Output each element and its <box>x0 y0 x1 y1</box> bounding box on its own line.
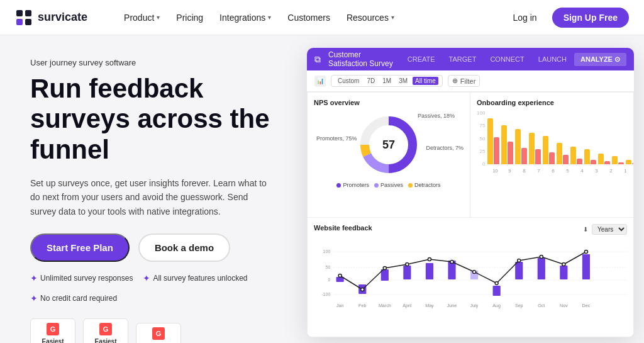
svg-rect-26 <box>560 266 567 279</box>
svg-text:May: May <box>425 303 434 308</box>
dashboard-title: Customer Satisfaction Survey <box>328 50 394 68</box>
onboarding-chart-area: 1007550250 109876543210 <box>477 110 627 174</box>
filter-custom[interactable]: Custom <box>335 77 362 85</box>
filter-3m[interactable]: 3M <box>396 77 410 85</box>
nav-customers[interactable]: Customers <box>281 9 336 26</box>
hero-description: Set up surveys once, get user insights f… <box>30 176 269 218</box>
nps-chart: 57 Promoters, 75% Passives, 18% Detracto… <box>314 110 464 179</box>
bar-label: 5 <box>561 168 574 174</box>
login-button[interactable]: Log in <box>505 9 544 26</box>
nav-product[interactable]: Product ▾ <box>118 9 166 26</box>
bar-y-axis: 1007550250 <box>477 110 487 167</box>
start-free-plan-button[interactable]: Start Free Plan <box>30 233 130 262</box>
chart-icon: 📊 <box>314 76 326 87</box>
svg-text:Jan: Jan <box>336 303 344 308</box>
combo-chart: 100 50 0 -100 <box>314 239 627 308</box>
legend-passives-label: Passives <box>380 182 403 188</box>
signup-button[interactable]: Sign Up Free <box>552 8 629 28</box>
svg-text:July: July <box>470 303 479 308</box>
filter-7d[interactable]: 7D <box>364 77 377 85</box>
feedback-title: Website feedback <box>314 224 372 232</box>
bar-red <box>535 149 541 164</box>
tab-analyze[interactable]: ANALYZE ⊙ <box>574 53 626 66</box>
filter-alltime[interactable]: All time <box>413 77 438 85</box>
svg-text:Sep: Sep <box>515 303 523 308</box>
bar-label: 0 <box>633 168 634 174</box>
svg-text:March: March <box>379 303 391 308</box>
nps-title: NPS overview <box>314 99 464 106</box>
feature-no-cc: ✦ No credit card required <box>30 293 117 303</box>
svg-text:50: 50 <box>326 265 331 269</box>
bar-yellow <box>612 156 618 164</box>
svg-rect-3 <box>25 19 31 25</box>
feedback-panel: Website feedback ⬇ Years <box>307 218 634 338</box>
feature-unlocked: ✦ All survey features unlocked <box>143 273 247 283</box>
svg-point-32 <box>428 257 431 261</box>
svg-text:Dec: Dec <box>582 303 591 308</box>
detractors-dot <box>408 183 413 188</box>
feedback-svg: 100 50 0 -100 <box>314 239 627 308</box>
svg-rect-2 <box>16 19 23 25</box>
filter-button[interactable]: ⊕ Filter <box>448 75 480 87</box>
svg-rect-20 <box>426 263 433 279</box>
svg-point-29 <box>361 288 364 291</box>
svg-text:April: April <box>402 303 412 308</box>
download-icon[interactable]: ⬇ <box>583 226 588 233</box>
bar-yellow <box>626 160 631 164</box>
hero-buttons: Start Free Plan Book a demo <box>30 233 272 262</box>
book-demo-button[interactable]: Book a demo <box>138 233 230 262</box>
bar-red <box>577 159 582 164</box>
dashboard-toolbar: 📊 Custom 7D 1M 3M All time ⊕ Filter <box>307 70 634 92</box>
filter-1m[interactable]: 1M <box>380 77 394 85</box>
time-filter-group: Custom 7D 1M 3M All time <box>331 75 443 87</box>
nps-passives-label: Passives, 18% <box>418 113 455 119</box>
bar-group-0 <box>487 118 499 164</box>
legend-detractors: Detractors <box>408 182 441 188</box>
bar-red <box>549 152 555 164</box>
chevron-down-icon: ▾ <box>268 14 271 21</box>
bar-group-1 <box>501 125 513 164</box>
tab-connect[interactable]: CONNECT <box>484 53 530 66</box>
bar-red <box>618 162 624 164</box>
nav-actions: Log in Sign Up Free <box>505 8 629 28</box>
bar-label: 6 <box>547 168 559 174</box>
badge-leader: G Leader Mid-Market WINTER2023 <box>136 323 181 343</box>
tab-launch[interactable]: LAUNCH <box>532 53 573 66</box>
bar-group-3 <box>529 133 541 164</box>
nav-links: Product ▾ Pricing Integrations ▾ Custome… <box>118 9 485 26</box>
svg-text:June: June <box>447 303 457 308</box>
check-icon: ✦ <box>30 273 38 283</box>
badge-easiest-setup: G EasiestSetup Mid-Market WINTER2023 <box>83 318 128 343</box>
svg-point-38 <box>562 262 565 266</box>
bar-red <box>604 161 610 164</box>
nav-integrations[interactable]: Integrations ▾ <box>213 9 277 26</box>
bar-label: 8 <box>518 168 530 174</box>
svg-point-39 <box>584 250 587 253</box>
period-select[interactable]: Years <box>592 224 627 235</box>
svg-text:Oct: Oct <box>538 303 545 308</box>
bar-group-2 <box>515 129 527 164</box>
svg-text:0: 0 <box>328 278 330 282</box>
svg-text:-100: -100 <box>321 292 330 296</box>
hero-title: Run feedback surveys across the funnel <box>30 74 272 165</box>
svg-point-33 <box>450 260 453 263</box>
nav-resources[interactable]: Resources ▾ <box>340 9 401 26</box>
bar-group-9 <box>612 156 624 164</box>
bar-red <box>508 142 513 164</box>
bar-yellow <box>501 125 507 164</box>
legend-passives: Passives <box>374 182 403 188</box>
tab-target[interactable]: TARGET <box>443 53 483 66</box>
brand-logo[interactable]: survicate <box>15 9 87 26</box>
svg-text:100: 100 <box>323 249 331 254</box>
bar-yellow <box>598 154 604 164</box>
bar-yellow <box>557 143 562 164</box>
feature-unlimited: ✦ Unlimited survey responses <box>30 273 133 283</box>
svg-rect-23 <box>493 286 501 296</box>
svg-text:Nov: Nov <box>560 303 568 308</box>
legend-promoters: Promoters <box>336 182 369 188</box>
dashboard-logo-icon: ⧉ <box>314 54 321 65</box>
tab-create[interactable]: CREATE <box>401 53 441 66</box>
svg-point-34 <box>473 270 476 273</box>
hero-tagline: User journey survey software <box>30 58 272 67</box>
nav-pricing[interactable]: Pricing <box>170 9 209 26</box>
